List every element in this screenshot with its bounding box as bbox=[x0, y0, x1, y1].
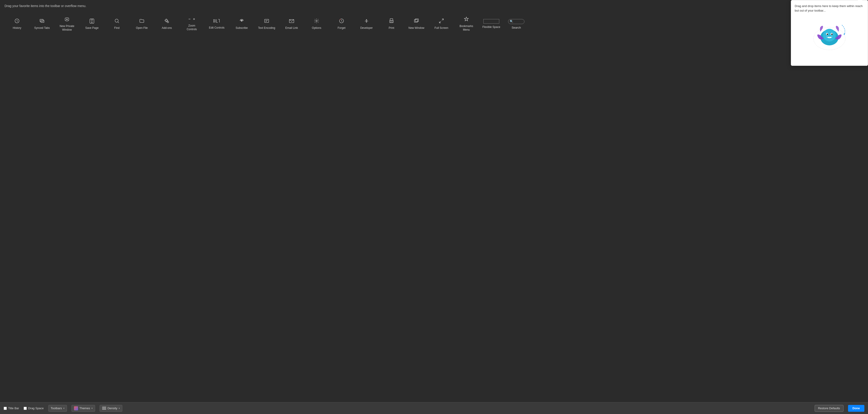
density-label: Density bbox=[107, 407, 117, 410]
svg-point-5 bbox=[115, 19, 118, 22]
svg-rect-12 bbox=[265, 19, 269, 23]
synced-tabs-label: Synced Tabs bbox=[34, 26, 50, 30]
new-window-icon bbox=[414, 18, 419, 25]
svg-rect-2 bbox=[41, 20, 44, 23]
history-icon bbox=[14, 18, 20, 25]
add-ons-icon bbox=[164, 18, 169, 25]
history-label: History bbox=[13, 26, 21, 30]
svg-rect-7 bbox=[167, 21, 168, 23]
themes-icon bbox=[74, 406, 78, 410]
toolbar-item-new-window[interactable]: New Window bbox=[404, 13, 429, 35]
new-private-window-icon bbox=[64, 16, 70, 23]
svg-rect-24 bbox=[414, 20, 417, 22]
svg-marker-28 bbox=[464, 17, 468, 21]
svg-point-16 bbox=[316, 20, 317, 22]
density-dropdown[interactable]: Density ▾ bbox=[100, 405, 122, 412]
toolbar-item-full-screen[interactable]: Full Screen bbox=[429, 13, 454, 35]
open-file-label: Open File bbox=[136, 26, 148, 30]
add-ons-label: Add-ons bbox=[162, 26, 172, 30]
toolbar-item-search[interactable]: 🔍 Search bbox=[504, 13, 529, 35]
done-button[interactable]: Done bbox=[848, 405, 865, 412]
subscribe-label: Subscribe bbox=[236, 26, 248, 30]
toolbar-item-print[interactable]: Print bbox=[379, 13, 404, 35]
developer-label: Developer bbox=[360, 26, 373, 30]
themes-dropdown[interactable]: Themes ▾ bbox=[71, 405, 95, 412]
full-screen-icon bbox=[439, 18, 444, 25]
svg-line-26 bbox=[442, 19, 443, 21]
svg-line-6 bbox=[118, 22, 119, 23]
find-label: Find bbox=[114, 26, 119, 30]
email-link-icon bbox=[289, 18, 294, 25]
print-icon bbox=[389, 18, 394, 25]
toolbar-item-edit-controls[interactable]: Edit Controls bbox=[204, 13, 229, 35]
toolbars-dropdown[interactable]: Toolbars ▾ bbox=[48, 405, 67, 412]
drag-space-label: Drag Space bbox=[28, 407, 44, 410]
svg-line-27 bbox=[439, 21, 441, 23]
toolbar-item-add-ons[interactable]: Add-ons bbox=[154, 13, 179, 35]
toolbar-item-options[interactable]: Options bbox=[304, 13, 329, 35]
options-icon bbox=[314, 18, 319, 25]
toolbar-item-zoom-controls[interactable]: ZoomControls bbox=[179, 13, 204, 35]
drag-space-checkbox-label[interactable]: Drag Space bbox=[24, 407, 44, 410]
text-encoding-icon bbox=[264, 18, 269, 25]
title-bar-checkbox-label[interactable]: Title Bar bbox=[4, 407, 19, 410]
new-window-label: New Window bbox=[408, 26, 424, 30]
main-area: Drag your favorite items into the toolba… bbox=[0, 0, 868, 402]
svg-rect-1 bbox=[40, 19, 43, 22]
zoom-controls-icon bbox=[188, 17, 195, 22]
forget-label: Forget bbox=[338, 26, 346, 30]
search-preview: 🔍 bbox=[508, 19, 524, 24]
toolbars-label: Toolbars bbox=[51, 407, 62, 410]
toolbar-item-text-encoding[interactable]: Text Encoding bbox=[254, 13, 279, 35]
toolbar-item-forget[interactable]: Forget bbox=[329, 13, 354, 35]
subscribe-icon bbox=[239, 18, 244, 25]
density-icon bbox=[102, 407, 106, 410]
restore-defaults-button[interactable]: Restore Defaults bbox=[815, 405, 843, 412]
overflow-panel: Drag and drop items here to keep them wi… bbox=[791, 0, 868, 66]
toolbar-item-history[interactable]: History bbox=[4, 13, 30, 35]
open-file-icon bbox=[139, 18, 145, 25]
options-label: Options bbox=[312, 26, 321, 30]
toolbar-item-find[interactable]: Find bbox=[104, 13, 129, 35]
svg-rect-21 bbox=[390, 19, 393, 21]
edit-controls-icon bbox=[213, 19, 220, 24]
firefox-mascot bbox=[807, 16, 852, 52]
zoom-controls-label: ZoomControls bbox=[187, 24, 197, 31]
toolbar-item-developer[interactable]: Developer bbox=[354, 13, 379, 35]
toolbar-item-open-file[interactable]: Open File bbox=[129, 13, 154, 35]
svg-point-31 bbox=[823, 29, 836, 41]
drag-space-checkbox[interactable] bbox=[24, 407, 27, 410]
density-dropdown-arrow: ▾ bbox=[119, 407, 120, 410]
svg-point-34 bbox=[827, 34, 828, 35]
toolbar-item-email-link[interactable]: Email Link bbox=[279, 13, 304, 35]
save-page-icon bbox=[89, 18, 95, 25]
themes-label: Themes bbox=[80, 407, 90, 410]
flexible-space-icon bbox=[483, 19, 499, 24]
developer-icon bbox=[364, 18, 369, 25]
print-label: Print bbox=[389, 26, 394, 30]
svg-rect-25 bbox=[415, 19, 418, 22]
title-bar-label: Title Bar bbox=[8, 407, 19, 410]
email-link-label: Email Link bbox=[285, 26, 298, 30]
new-private-window-label: New PrivateWindow bbox=[60, 25, 74, 32]
svg-rect-37 bbox=[830, 37, 831, 38]
save-page-label: Save Page bbox=[85, 26, 99, 30]
toolbar-item-bookmarks-menu[interactable]: BookmarksMenu bbox=[454, 13, 479, 35]
forget-icon bbox=[339, 18, 344, 25]
themes-dropdown-arrow: ▾ bbox=[91, 407, 93, 410]
title-bar-checkbox[interactable] bbox=[4, 407, 7, 410]
toolbar-item-new-private-window[interactable]: New PrivateWindow bbox=[55, 13, 80, 35]
toolbar-item-synced-tabs[interactable]: Synced Tabs bbox=[30, 13, 55, 35]
find-icon bbox=[114, 18, 120, 25]
toolbar-item-subscribe[interactable]: Subscribe bbox=[229, 13, 254, 35]
toolbar-item-flexible-space[interactable]: Flexible Space bbox=[479, 13, 504, 35]
toolbar-item-save-page[interactable]: Save Page bbox=[80, 13, 104, 35]
bookmarks-menu-label: BookmarksMenu bbox=[460, 25, 473, 32]
flexible-space-label: Flexible Space bbox=[483, 25, 500, 29]
edit-controls-label: Edit Controls bbox=[209, 26, 225, 30]
search-label: Search bbox=[512, 26, 521, 29]
svg-line-20 bbox=[368, 21, 368, 21]
full-screen-label: Full Screen bbox=[435, 26, 448, 30]
bottom-bar: Title Bar Drag Space Toolbars ▾ Themes ▾… bbox=[0, 402, 868, 414]
svg-line-19 bbox=[365, 21, 365, 21]
